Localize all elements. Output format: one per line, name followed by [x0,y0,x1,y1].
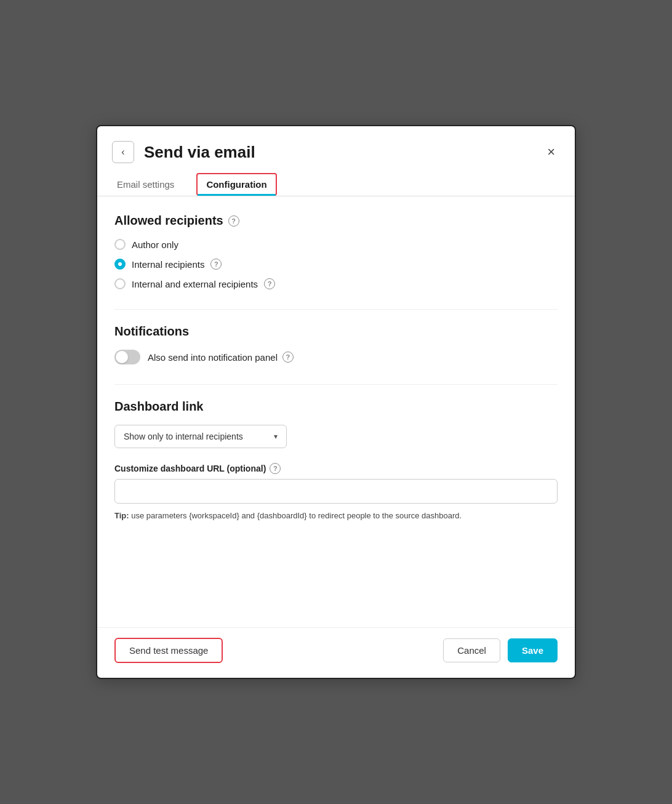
toggle-knob [116,351,128,363]
allowed-recipients-title: Allowed recipients ? [114,214,558,228]
back-icon: ‹ [121,147,124,158]
modal-title: Send via email [144,143,255,162]
divider-1 [114,309,558,310]
back-button[interactable]: ‹ [112,141,134,163]
divider-2 [114,384,558,385]
modal-header: ‹ Send via email × [97,126,575,173]
dashboard-url-help-icon[interactable]: ? [270,463,281,474]
recipients-radio-group: Author only Internal recipients ? Intern… [114,239,558,289]
notification-toggle[interactable] [114,350,140,364]
radio-author-only[interactable]: Author only [114,239,558,250]
close-button[interactable]: × [545,143,558,161]
notification-help-icon[interactable]: ? [282,352,294,363]
tabs: Email settings Configuration [97,173,575,196]
allowed-recipients-help-icon[interactable]: ? [228,215,239,227]
dashboard-url-input[interactable] [114,479,558,504]
dashboard-link-title: Dashboard link [114,400,558,414]
internal-external-help-icon[interactable]: ? [264,278,275,289]
radio-author-only-input[interactable] [114,239,126,250]
footer-right-buttons: Cancel Save [443,638,558,662]
radio-internal-recipients[interactable]: Internal recipients ? [114,259,558,270]
dashboard-link-dropdown[interactable]: Show only to internal recipients ▾ [114,425,287,448]
tip-text: Tip: use parameters {workspaceId} and {d… [114,510,558,522]
send-via-email-modal: ‹ Send via email × Email settings Config… [96,125,576,679]
notification-toggle-label: Also send into notification panel ? [148,352,294,363]
internal-recipients-help-icon[interactable]: ? [210,259,222,270]
cancel-button[interactable]: Cancel [443,638,500,662]
modal-content: Allowed recipients ? Author only Interna… [97,196,575,627]
radio-internal-recipients-input[interactable] [114,259,126,270]
tab-email-settings[interactable]: Email settings [114,173,184,196]
dashboard-url-label: Customize dashboard URL (optional) ? [114,463,558,474]
modal-footer: Send test message Cancel Save [97,627,575,678]
save-button[interactable]: Save [508,638,558,662]
notifications-title: Notifications [114,324,558,339]
radio-internal-external[interactable]: Internal and external recipients ? [114,278,558,289]
dashboard-link-section: Dashboard link Show only to internal rec… [114,400,558,522]
notifications-section: Notifications Also send into notificatio… [114,324,558,364]
tab-configuration[interactable]: Configuration [196,173,276,196]
radio-internal-external-input[interactable] [114,278,126,289]
notification-toggle-row: Also send into notification panel ? [114,350,558,364]
allowed-recipients-section: Allowed recipients ? Author only Interna… [114,214,558,289]
close-icon: × [547,144,555,159]
send-test-message-button[interactable]: Send test message [114,638,223,663]
dropdown-arrow-icon: ▾ [274,432,278,441]
